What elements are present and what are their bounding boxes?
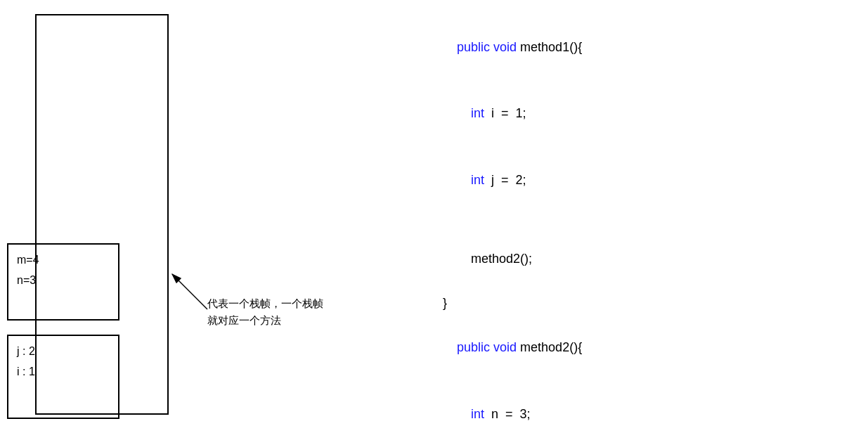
annotation-line1: 代表一个栈帧，一个栈帧	[207, 295, 323, 312]
annotation-text: 代表一个栈帧，一个栈帧 就对应一个方法	[207, 295, 323, 329]
method1-line1: int i = 1;	[443, 81, 582, 148]
svg-line-0	[172, 274, 207, 309]
frame-method1-line1: j : 2	[17, 342, 110, 362]
annotation-line2: 就对应一个方法	[207, 312, 323, 329]
kw-public1: public	[457, 40, 490, 54]
method1-close: }	[443, 292, 582, 315]
kw-public2: public	[457, 340, 490, 354]
kw-void2: void	[493, 340, 517, 354]
frame-method1-line2: i : 1	[17, 362, 110, 382]
method1-header: public void method1(){	[443, 14, 582, 81]
kw-void1: void	[493, 40, 517, 54]
kw-int3: int	[471, 407, 484, 421]
method2-line1: int n = 3;	[443, 381, 582, 433]
stack-frame-method1: j : 2 i : 1	[7, 335, 119, 419]
frame-method2-line2: n=3	[17, 271, 110, 291]
kw-int2: int	[471, 173, 484, 187]
stack-frame-method2: m=4 n=3	[7, 243, 119, 321]
method1-line2: int j = 2;	[443, 147, 582, 214]
frame-method2-line1: m=4	[17, 250, 110, 271]
code-section: public void method1(){ int i = 1; int j …	[443, 14, 582, 433]
kw-int1: int	[471, 106, 484, 120]
method1-line3: method2();	[443, 226, 582, 293]
method2-header: public void method2(){	[443, 315, 582, 382]
